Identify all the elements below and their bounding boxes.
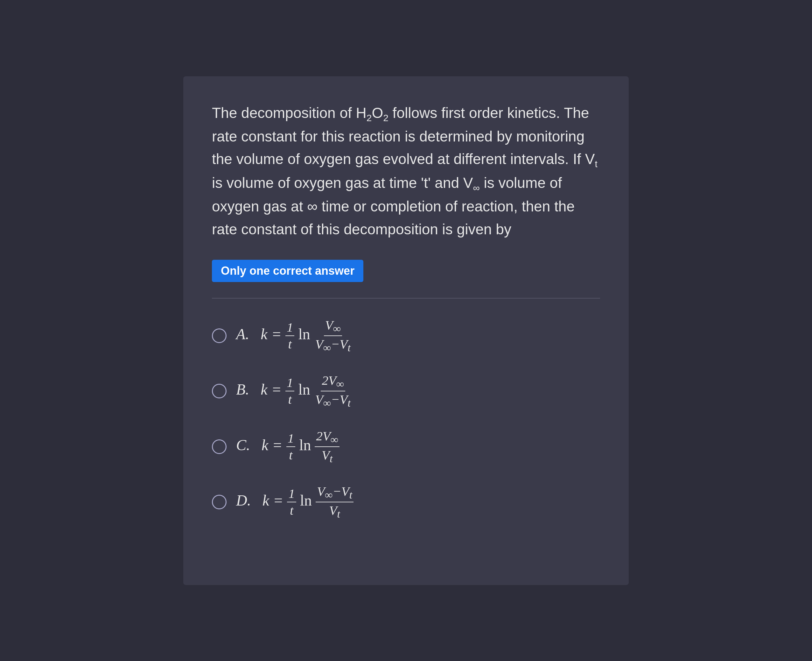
question-text: The decomposition of H2O2 follows first …	[212, 102, 600, 241]
options-list: A. k = 1t ln V∞V∞−Vt B. k = 1t ln 2V∞V∞−…	[212, 318, 600, 520]
divider	[212, 298, 600, 299]
question-card: The decomposition of H2O2 follows first …	[183, 76, 629, 585]
option-b-label: B. k = 1t ln 2V∞V∞−Vt	[236, 373, 352, 409]
option-c[interactable]: C. k = 1t ln 2V∞Vt	[212, 429, 600, 465]
option-a-label: A. k = 1t ln V∞V∞−Vt	[236, 318, 352, 354]
answer-type-badge: Only one correct answer	[212, 260, 364, 282]
option-c-label: C. k = 1t ln 2V∞Vt	[236, 429, 340, 465]
radio-a[interactable]	[212, 329, 227, 343]
option-d-label: D. k = 1t ln V∞−VtVt	[236, 484, 354, 520]
option-a[interactable]: A. k = 1t ln V∞V∞−Vt	[212, 318, 600, 354]
option-b[interactable]: B. k = 1t ln 2V∞V∞−Vt	[212, 373, 600, 409]
option-d[interactable]: D. k = 1t ln V∞−VtVt	[212, 484, 600, 520]
radio-c[interactable]	[212, 439, 227, 454]
radio-d[interactable]	[212, 495, 227, 509]
radio-b[interactable]	[212, 384, 227, 398]
